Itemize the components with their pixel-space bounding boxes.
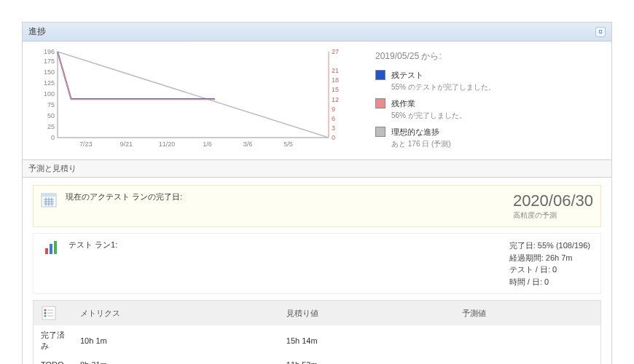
stat-line: 完了日: 55% (108/196) bbox=[509, 240, 590, 252]
forecast-header: 予測と見積り bbox=[23, 159, 611, 178]
table-header-row: メトリクス 見積り値 予測値 bbox=[34, 301, 600, 325]
legend-sub: 56% が完了しました。 bbox=[391, 111, 466, 121]
calendar-icon bbox=[41, 191, 57, 207]
col-metrics: メトリクス bbox=[73, 301, 279, 325]
stat-line: 経過期間: 26h 7m bbox=[509, 252, 590, 264]
svg-text:0: 0 bbox=[332, 134, 335, 141]
svg-text:5/5: 5/5 bbox=[283, 141, 293, 148]
svg-text:11/20: 11/20 bbox=[159, 141, 176, 148]
svg-text:18: 18 bbox=[332, 76, 339, 84]
svg-text:196: 196 bbox=[44, 49, 55, 55]
legend-title: 残テスト bbox=[391, 70, 496, 81]
progress-panel: 進捗 ¤ 02550751001251501751960369121518212… bbox=[22, 22, 612, 364]
svg-text:150: 150 bbox=[44, 68, 55, 76]
legend-swatch bbox=[375, 127, 386, 137]
legend-sub: 55% のテストが完了しました。 bbox=[391, 82, 496, 92]
col-forecast: 予測値 bbox=[455, 301, 600, 325]
collapse-icon[interactable]: ¤ bbox=[595, 27, 606, 37]
barchart-icon bbox=[44, 240, 60, 256]
svg-text:1/6: 1/6 bbox=[203, 141, 212, 148]
svg-text:25: 25 bbox=[47, 123, 55, 130]
stat-line: テスト / 日: 0 bbox=[509, 264, 590, 276]
legend-item: 理想的な進捗あと 176 日 (予測) bbox=[375, 127, 496, 149]
completion-sub: 高精度の予測 bbox=[513, 210, 593, 221]
svg-text:7/23: 7/23 bbox=[79, 141, 93, 148]
svg-text:3/6: 3/6 bbox=[243, 141, 253, 148]
svg-text:9: 9 bbox=[332, 106, 335, 113]
svg-text:15: 15 bbox=[332, 86, 339, 93]
legend-item: 残テスト55% のテストが完了しました。 bbox=[375, 70, 496, 92]
legend-swatch bbox=[375, 70, 386, 80]
svg-text:6: 6 bbox=[332, 115, 335, 122]
list-icon bbox=[41, 305, 57, 321]
chart-legend: 2019/05/25 から: 残テスト55% のテストが完了しました。残作業56… bbox=[375, 49, 496, 155]
legend-title: 残作業 bbox=[391, 98, 466, 109]
completion-date: 2020/06/30 bbox=[513, 191, 593, 210]
testrun-row: テスト ラン1: 完了日: 55% (108/196)経過期間: 26h 7mテ… bbox=[33, 233, 601, 294]
svg-rect-37 bbox=[50, 244, 52, 254]
svg-text:3: 3 bbox=[332, 124, 335, 132]
svg-text:12: 12 bbox=[332, 96, 339, 103]
completion-label: 現在のアクテスト ランの完了日: bbox=[66, 191, 182, 202]
svg-point-42 bbox=[44, 315, 47, 317]
stat-line: 時間 / 日: 0 bbox=[509, 276, 590, 288]
progress-title: 進捗 bbox=[28, 25, 46, 38]
completion-date-row: 現在のアクテスト ランの完了日: 2020/06/30 高精度の予測 bbox=[33, 185, 601, 227]
svg-text:9/21: 9/21 bbox=[120, 141, 133, 148]
svg-text:0: 0 bbox=[51, 134, 55, 141]
legend-sub: あと 176 日 (予測) bbox=[391, 139, 451, 149]
legend-item: 残作業56% が完了しました。 bbox=[375, 98, 496, 121]
svg-rect-38 bbox=[54, 241, 57, 254]
testrun-label: テスト ラン1: bbox=[69, 240, 117, 250]
svg-text:100: 100 bbox=[44, 90, 55, 98]
svg-text:75: 75 bbox=[47, 101, 55, 108]
svg-rect-36 bbox=[45, 248, 48, 254]
table-row: 完了済み10h 1m15h 14m bbox=[34, 325, 600, 356]
svg-rect-28 bbox=[42, 194, 56, 197]
svg-text:175: 175 bbox=[44, 58, 55, 65]
progress-header: 進捗 ¤ bbox=[23, 23, 611, 41]
chart-area: 0255075100125150175196036912151821277/23… bbox=[23, 41, 611, 159]
svg-text:27: 27 bbox=[332, 49, 339, 55]
burndown-chart: 0255075100125150175196036912151821277/23… bbox=[33, 49, 346, 151]
svg-text:21: 21 bbox=[332, 67, 339, 74]
testrun-stats: 完了日: 55% (108/196)経過期間: 26h 7mテスト / 日: 0… bbox=[509, 240, 590, 288]
legend-swatch bbox=[375, 98, 386, 108]
svg-text:50: 50 bbox=[47, 112, 55, 119]
svg-point-40 bbox=[44, 309, 47, 312]
legend-from-date: 2019/05/25 から: bbox=[375, 50, 496, 63]
table-row: TODO8h 31m11h 53m bbox=[34, 356, 600, 364]
legend-title: 理想的な進捗 bbox=[391, 127, 451, 138]
col-estimate: 見積り値 bbox=[279, 301, 455, 325]
svg-text:125: 125 bbox=[44, 79, 55, 87]
svg-point-41 bbox=[44, 312, 47, 314]
metrics-table: メトリクス 見積り値 予測値 完了済み10h 1m15h 14mTODO8h 3… bbox=[33, 300, 601, 364]
